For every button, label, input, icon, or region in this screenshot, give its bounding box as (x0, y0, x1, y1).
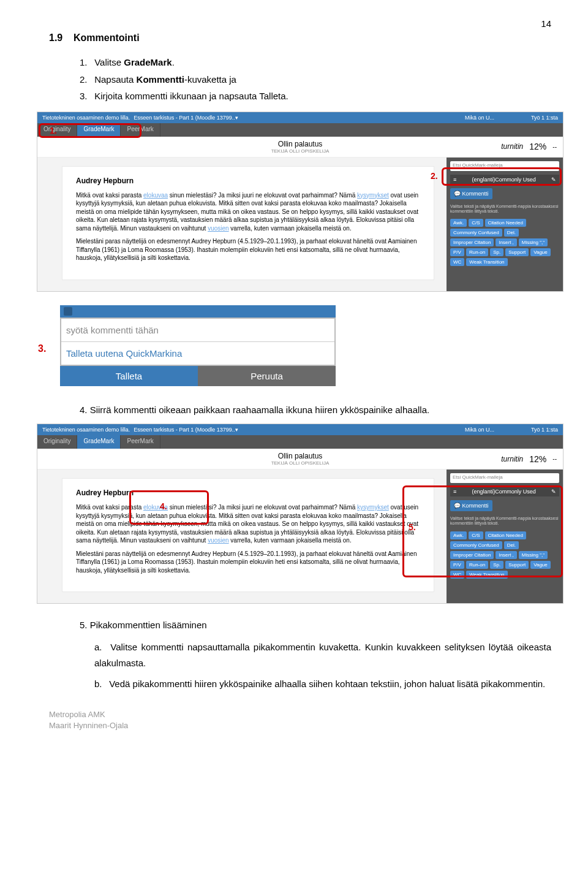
topbar-r2: Työ 1 1:sta (531, 427, 558, 433)
qm-tag[interactable]: Insert , (496, 238, 516, 246)
step-4: 4. Siirrä kommentti oikeaan paikkaan raa… (80, 402, 551, 418)
qm-tag[interactable]: Improper Citation (450, 238, 494, 246)
topbar-left: Tietotekninen osaaminen demo lilla. (42, 115, 130, 121)
qm-tag[interactable]: Improper Citation (450, 551, 494, 559)
tab-originality[interactable]: Originality (37, 123, 77, 137)
qm-tag[interactable]: Run-on (466, 248, 488, 256)
topbar-r1: Mikä on U... (465, 115, 494, 121)
save-button[interactable]: Talleta (60, 366, 198, 386)
hl: elokuvaa (143, 192, 168, 199)
qm-tag[interactable]: WC (450, 571, 464, 579)
qm-tag[interactable]: Insert , (496, 551, 516, 559)
qm-tag[interactable]: WC (450, 258, 464, 266)
comment-input[interactable]: syötä kommentti tähän (61, 319, 334, 342)
save-quickmark-link[interactable]: Talleta uutena QuickMarkina (61, 342, 334, 365)
hl: kysymykset (357, 192, 389, 199)
marker-5: 5. (409, 522, 416, 532)
qm-tag[interactable]: C/S (469, 219, 483, 227)
sub-step-b: b. Vedä pikakommentti hiiren ykköspainik… (94, 676, 551, 692)
brand-logo: turnitin (501, 142, 523, 151)
tab-originality[interactable]: Originality (37, 435, 77, 449)
qm-tag[interactable]: Vague (530, 561, 551, 569)
marker-1: 1. (50, 126, 57, 135)
qm-tag[interactable]: Citation Needed (485, 219, 526, 227)
sub-steps: a. Valitse kommentti napsauttamalla pika… (94, 639, 551, 693)
qm-tag[interactable]: Weak Transition (466, 258, 507, 266)
kommentti-button[interactable]: 💬 Kommentti (450, 188, 492, 199)
step-text: Valitse (94, 57, 124, 67)
tab-peermark[interactable]: PeerMark (121, 435, 160, 449)
t: sinun mielestäsi? Ja miksi juuri ne elok… (168, 192, 357, 199)
step-text: Kirjoita kommentti ikkunaan ja napsauta … (94, 91, 288, 101)
qm-tag[interactable]: Citation Needed (485, 531, 526, 539)
tab-row: Originality GradeMark PeerMark (37, 435, 563, 449)
hl: vuosien (208, 225, 228, 232)
app-topbar: Tietotekninen osaaminen demo lilla. Esse… (37, 112, 563, 123)
qm-tag[interactable]: P/V (450, 561, 464, 569)
doc-title: Ollin palautus (271, 140, 330, 148)
qm-tag[interactable]: Commonly Confused (450, 541, 502, 549)
essay-para-1: Mitkä ovat kaksi parasta elokuvaa sinun … (76, 503, 420, 545)
paper-preview: Audrey Hepburn Mitkä ovat kaksi parasta … (62, 478, 434, 592)
tab-peermark[interactable]: PeerMark (121, 123, 160, 137)
step-post: . (172, 57, 175, 67)
qm-tag[interactable]: Awk. (450, 531, 467, 539)
page-number: 14 (49, 18, 551, 29)
qm-tag[interactable]: Sp. (490, 248, 503, 256)
qm-tag[interactable]: Vague (530, 248, 551, 256)
search-input[interactable]: Etsi QuickMark-malleja (450, 161, 559, 171)
step-5: 5. Pikakommenttien lisääminen (80, 617, 551, 633)
qm-tag[interactable]: Weak Transition (466, 571, 507, 579)
sub-text: Valitse kommentti napsauttamalla pikakom… (94, 642, 551, 668)
qm-tag[interactable]: Run-on (466, 561, 488, 569)
step-bold: GradeMark (124, 57, 172, 67)
doc-header: Ollin palautus TEKIJÄ OLLI OPISKELIJA tu… (37, 449, 563, 470)
kommentti-button[interactable]: 💬 Kommentti (450, 500, 492, 511)
doc-header: Ollin palautus TEKIJÄ OLLI OPISKELIJA tu… (37, 137, 563, 158)
topbar-mid: Esseen tarkistus - Part 1 (Moodle 13799.… (134, 427, 461, 433)
essay-title: Audrey Hepburn (76, 177, 420, 185)
qm-tag[interactable]: Missing "," (519, 551, 548, 559)
step-number: 2. (80, 72, 92, 88)
qm-tag[interactable]: P/V (450, 248, 464, 256)
qm-section-label[interactable]: ≡(englanti)Commonly Used✎ (450, 487, 559, 496)
step-bold: Kommentti (137, 74, 184, 85)
section-number: 1.9 (49, 32, 62, 43)
sub-step-a: a. Valitse kommentti napsauttamalla pika… (94, 639, 551, 672)
t: Mitkä ovat kaksi parasta (76, 504, 143, 511)
qm-tags: Awk. C/S Citation Needed Commonly Confus… (450, 219, 559, 266)
tab-grademark[interactable]: GradeMark (77, 123, 121, 137)
qm-tag[interactable]: Sp. (490, 561, 503, 569)
step-post: -kuvaketta ja (184, 74, 236, 85)
brand-logo: turnitin (501, 455, 523, 463)
step-2: 2. Napsauta Kommentti-kuvaketta ja (80, 72, 551, 88)
qm-sidebar: Etsi QuickMark-malleja ≡(englanti)Common… (447, 470, 563, 603)
hl: kysymykset (357, 504, 389, 511)
qm-tag[interactable]: Support (505, 248, 529, 256)
sub-label: a. (94, 639, 107, 655)
kommentti-help: Valitse teksti ja näpäytä Kommentti-napp… (450, 516, 559, 527)
cancel-button[interactable]: Peruuta (198, 366, 336, 386)
qm-tag[interactable]: Del. (504, 541, 519, 549)
grade-dashes: -- (552, 143, 557, 150)
qm-tag[interactable]: Commonly Confused (450, 229, 502, 237)
essay-para-2: Mielestäni paras näyttelijä on edesmenny… (76, 237, 420, 262)
qm-tag[interactable]: Del. (504, 229, 519, 237)
screenshot-2: Tietotekninen osaaminen demo lilla. Esse… (37, 424, 564, 604)
qm-section-label[interactable]: ≡(englanti)Commonly Used✎ (450, 175, 559, 184)
footer-line-1: Metropolia AMK (49, 709, 551, 720)
doc-title: Ollin palautus (271, 452, 330, 460)
qm-tag[interactable]: Awk. (450, 219, 467, 227)
footer-line-2: Maarit Hynninen-Ojala (49, 720, 551, 731)
topbar-mid: Esseen tarkistus - Part 1 (Moodle 13799.… (134, 115, 461, 121)
step-1: 1. Valitse GradeMark. (80, 55, 551, 70)
qm-tag[interactable]: C/S (469, 531, 483, 539)
qm-section-text: (englanti)Commonly Used (472, 489, 536, 495)
qm-section-text: (englanti)Commonly Used (472, 177, 536, 183)
kommentti-label: Kommentti (462, 503, 489, 509)
tab-grademark[interactable]: GradeMark (77, 435, 121, 449)
search-input[interactable]: Etsi QuickMark-malleja (450, 473, 559, 483)
qm-tag[interactable]: Support (505, 561, 529, 569)
qm-tag[interactable]: Missing "," (519, 238, 548, 246)
t: varrella, kuten varmaan jokaisella meist… (229, 537, 352, 544)
